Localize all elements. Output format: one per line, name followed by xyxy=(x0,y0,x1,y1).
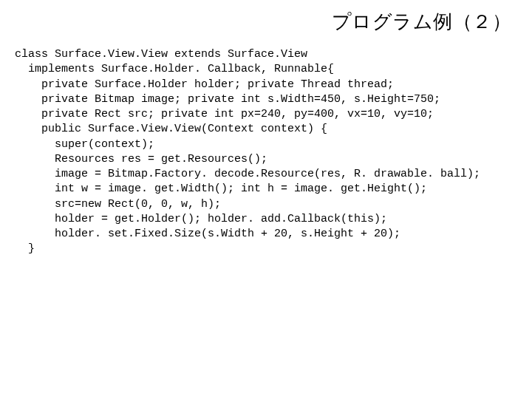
slide: プログラム例（２） class Surface.View.View extend… xyxy=(0,0,532,399)
slide-title: プログラム例（２） xyxy=(332,9,512,35)
code-block: class Surface.View.View extends Surface.… xyxy=(15,47,517,257)
